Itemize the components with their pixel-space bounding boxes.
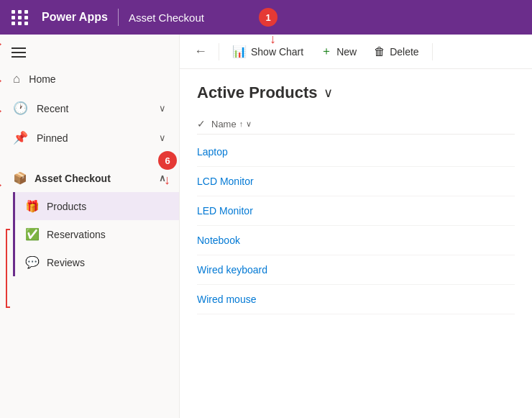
new-label: New [336,46,357,58]
pinned-chevron: ∨ [159,132,166,143]
annotation-arrow-2: → [0,37,4,50]
product-link[interactable]: LED Monitor [197,205,253,217]
annotation-6: 6 [158,151,177,170]
topbar-divider [118,9,119,26]
section-title-row: Active Products ∨ [197,83,515,102]
sidebar: 2 → 3 → ⌂ Home 🕐 Recent ∨ 4 → 📌 Pinned [0,35,180,418]
reviews-label: Reviews [47,257,85,268]
toolbar-sep-2 [432,43,433,60]
new-button[interactable]: ＋ New [313,40,364,63]
hamburger-button[interactable] [0,40,179,65]
toolbar-sep-1 [219,43,219,60]
recent-chevron: ∨ [159,103,166,114]
back-button[interactable]: ← [188,41,213,62]
section-title-chevron[interactable]: ∨ [324,85,333,101]
product-list: LaptopLCD MonitorLED MonitorNotebookWire… [197,137,515,314]
table-row[interactable]: Notebook [197,226,515,255]
table-row[interactable]: Wired mouse [197,285,515,314]
reservations-label: Reservations [47,229,106,240]
new-icon: ＋ [321,44,332,59]
show-chart-label: Show Chart [251,46,303,58]
app-name: Power Apps [42,11,108,24]
home-icon: ⌂ [13,72,20,86]
table-row[interactable]: LED Monitor [197,196,515,226]
chart-icon: 📊 [232,45,247,58]
reviews-icon: 💬 [25,255,40,269]
recent-label: Recent [37,103,150,114]
nav-home[interactable]: ⌂ Home [0,65,179,94]
reservations-icon: ✅ [25,227,40,241]
product-link[interactable]: Notebook [197,235,240,246]
name-column-header[interactable]: Name ↑ ∨ [211,119,252,130]
annotation-1: 1 [259,8,278,27]
section-icon: 📦 [13,171,27,185]
nav-pinned[interactable]: 📌 Pinned ∨ [0,123,179,153]
annotation-arrow-1: ↓ [270,32,276,47]
sidebar-item-reservations[interactable]: ✅ Reservations [15,220,179,248]
product-link[interactable]: Wired keyboard [197,264,267,276]
annotation-arrow-4: → [0,104,4,117]
section-title: Asset Checkout [35,173,152,184]
annotation-arrow-5: → [0,178,4,191]
annotation-arrow-6: ↓ [164,173,170,188]
pinned-label: Pinned [37,132,150,144]
check-icon: ✓ [197,118,206,130]
delete-icon: 🗑 [374,45,385,58]
sidebar-item-reviews[interactable]: 💬 Reviews [15,248,179,276]
content-toolbar: ← 📊 Show Chart ＋ New 🗑 Delete [180,35,532,69]
active-products-title: Active Products [197,83,318,102]
product-link[interactable]: Wired mouse [197,294,256,305]
section-bracket [6,229,10,308]
product-link[interactable]: LCD Monitor [197,176,254,187]
product-link[interactable]: Laptop [197,146,228,158]
annotation-arrow-3: → [0,74,4,86]
waffle-menu[interactable] [9,7,32,28]
table-row[interactable]: Wired keyboard [197,255,515,285]
nav-recent[interactable]: 🕐 Recent ∨ [0,94,179,123]
products-label: Products [47,201,86,212]
section-asset-checkout[interactable]: 📦 Asset Checkout ∧ [0,164,179,192]
recent-icon: 🕐 [13,101,28,116]
content-area: ← 📊 Show Chart ＋ New 🗑 Delete Active Pro… [180,35,532,418]
show-chart-button[interactable]: 📊 Show Chart [225,40,311,63]
pinned-icon: 📌 [13,130,28,145]
page-title: Asset Checkout [129,12,204,24]
content-main: Active Products ∨ ✓ Name ↑ ∨ LaptopLCD M… [180,69,532,418]
table-row[interactable]: Laptop [197,137,515,167]
sidebar-item-products[interactable]: 🎁 Products [15,192,179,220]
home-label: Home [29,73,166,85]
table-row[interactable]: LCD Monitor [197,167,515,196]
section-items: 🎁 Products ✅ Reservations 💬 Reviews [13,192,179,276]
products-icon: 🎁 [25,199,40,213]
delete-label: Delete [390,46,418,58]
delete-button[interactable]: 🗑 Delete [367,41,426,63]
hamburger-icon [12,47,26,58]
list-header: ✓ Name ↑ ∨ [197,114,515,135]
